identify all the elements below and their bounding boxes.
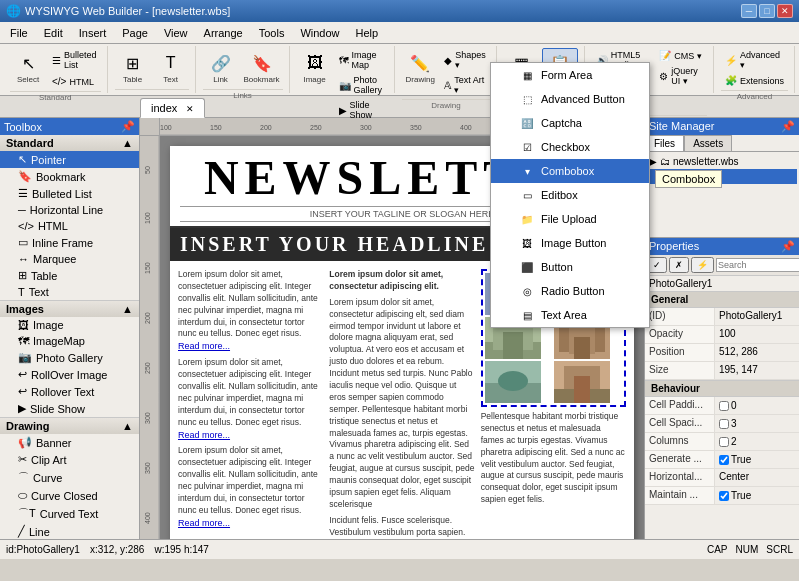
dropdown-button[interactable]: ⬛ Button bbox=[491, 255, 649, 279]
dropdown-advanced-button[interactable]: ⬚ Advanced Button bbox=[491, 87, 649, 111]
prop-search-input[interactable] bbox=[716, 258, 799, 272]
jquery-button[interactable]: ⚙ jQuery UI ▾ bbox=[655, 64, 707, 88]
minimize-button[interactable]: ─ bbox=[741, 4, 757, 18]
close-button[interactable]: ✕ bbox=[777, 4, 793, 18]
toolbox-item-bulleted[interactable]: ☰Bulleted List bbox=[0, 185, 139, 202]
toolbox-item-hline[interactable]: ─Horizontal Line bbox=[0, 202, 139, 218]
tab-index[interactable]: index ✕ bbox=[140, 98, 205, 118]
toolbox-item-photogallery[interactable]: 📷Photo Gallery bbox=[0, 349, 139, 366]
dropdown-file-upload[interactable]: 📁 File Upload bbox=[491, 207, 649, 231]
prop-event-button[interactable]: ⚡ bbox=[691, 257, 714, 273]
dropdown-checkbox[interactable]: ☑ Checkbox bbox=[491, 135, 649, 159]
extensions-button[interactable]: 🧩 Extensions bbox=[721, 73, 788, 88]
drawing-button[interactable]: ✏️ Drawing bbox=[402, 48, 438, 97]
toolbox-standard-header[interactable]: Standard ▲ bbox=[0, 135, 139, 151]
toolbox-pin-icon[interactable]: 📌 bbox=[121, 120, 135, 133]
toolbox-item-curveclosed[interactable]: ⬭Curve Closed bbox=[0, 487, 139, 504]
text-button[interactable]: T Text bbox=[153, 48, 189, 87]
maximize-button[interactable]: □ bbox=[759, 4, 775, 18]
prop-position-value[interactable]: 512, 286 bbox=[715, 344, 799, 361]
dropdown-captcha[interactable]: 🔠 Captcha bbox=[491, 111, 649, 135]
toolbox-item-bookmark[interactable]: 🔖Bookmark bbox=[0, 168, 139, 185]
dropdown-form-area[interactable]: ▦ Form Area bbox=[491, 63, 649, 87]
image-button[interactable]: 🖼 Image bbox=[297, 48, 333, 122]
col1-readmore[interactable]: Read more... bbox=[178, 341, 230, 351]
menu-insert[interactable]: Insert bbox=[71, 24, 115, 42]
menu-edit[interactable]: Edit bbox=[36, 24, 71, 42]
toolbox-images-header[interactable]: Images ▲ bbox=[0, 301, 139, 317]
menu-file[interactable]: File bbox=[2, 24, 36, 42]
drawing-label: Drawing bbox=[402, 99, 490, 110]
prop-generate-check[interactable] bbox=[719, 455, 729, 465]
prop-columns-check[interactable] bbox=[719, 437, 729, 447]
site-tab-assets[interactable]: Assets bbox=[684, 135, 732, 151]
properties-pin[interactable]: 📌 bbox=[781, 240, 795, 253]
prop-cellspacing-row: Cell Spaci... 3 bbox=[645, 415, 799, 433]
menu-view[interactable]: View bbox=[156, 24, 196, 42]
button-dd-label: Button bbox=[541, 261, 573, 273]
col1-readmore3[interactable]: Read more... bbox=[178, 518, 230, 528]
html-button[interactable]: </> HTML bbox=[48, 74, 101, 89]
toolbox-item-curve[interactable]: ⌒Curve bbox=[0, 468, 139, 487]
prop-id-value[interactable]: PhotoGallery1 bbox=[715, 308, 799, 325]
svg-text:350: 350 bbox=[144, 462, 151, 474]
toolbox-item-image[interactable]: 🖼Image bbox=[0, 317, 139, 333]
menu-page[interactable]: Page bbox=[114, 24, 156, 42]
toolbox-item-rollovertext[interactable]: ↩Rollover Text bbox=[0, 383, 139, 400]
toolbox-drawing-header[interactable]: Drawing ▲ bbox=[0, 418, 139, 434]
shapes-button[interactable]: ◆ Shapes ▾ bbox=[440, 48, 490, 72]
tab-close-icon[interactable]: ✕ bbox=[186, 104, 194, 114]
prop-maintain-check[interactable] bbox=[719, 491, 729, 501]
prop-reset-button[interactable]: ✗ bbox=[669, 257, 689, 273]
toolbox-item-html[interactable]: </>HTML bbox=[0, 218, 139, 234]
photo-gallery-button[interactable]: 📷 Photo Gallery bbox=[335, 73, 389, 97]
toolbox-item-iframe[interactable]: ▭Inline Frame bbox=[0, 234, 139, 251]
dropdown-radio-button[interactable]: ◎ Radio Button bbox=[491, 279, 649, 303]
menu-tools[interactable]: Tools bbox=[251, 24, 293, 42]
dropdown-combobox[interactable]: ▾ Combobox bbox=[491, 159, 649, 183]
toolbox-item-marquee[interactable]: ↔Marquee bbox=[0, 251, 139, 267]
prop-opacity-value[interactable]: 100 bbox=[715, 326, 799, 343]
tree-item-wbs[interactable]: ▶ 🗂 newsletter.wbs bbox=[647, 154, 797, 169]
advanced-button[interactable]: ⚡ Advanced ▾ bbox=[721, 48, 788, 72]
link-button[interactable]: 🔗 Link bbox=[203, 48, 239, 87]
standard-label: Standard bbox=[10, 91, 101, 102]
col1-readmore2[interactable]: Read more... bbox=[178, 430, 230, 440]
site-manager-pin[interactable]: 📌 bbox=[781, 120, 795, 133]
toolbox-item-clipart[interactable]: ✂Clip Art bbox=[0, 451, 139, 468]
dropdown-text-area[interactable]: ▤ Text Area bbox=[491, 303, 649, 327]
menu-arrange[interactable]: Arrange bbox=[196, 24, 251, 42]
toolbox-item-table[interactable]: ⊞Table bbox=[0, 267, 139, 284]
prop-apply-button[interactable]: ✓ bbox=[647, 257, 667, 273]
dropdown-image-button[interactable]: 🖼 Image Button bbox=[491, 231, 649, 255]
svg-text:50: 50 bbox=[144, 166, 151, 174]
prop-cellpadding-check[interactable] bbox=[719, 401, 729, 411]
select-button[interactable]: ↖ Select bbox=[10, 48, 46, 89]
toolbox-item-line[interactable]: ╱Line bbox=[0, 523, 139, 539]
prop-horizontal-value[interactable]: Center bbox=[715, 469, 799, 486]
table-button[interactable]: ⊞ Table bbox=[115, 48, 151, 87]
toolbox-item-imagemap[interactable]: 🗺ImageMap bbox=[0, 333, 139, 349]
menu-window[interactable]: Window bbox=[292, 24, 347, 42]
text-art-button[interactable]: 𝔸 Text Art ▾ bbox=[440, 73, 490, 97]
prop-size-value[interactable]: 195, 147 bbox=[715, 362, 799, 379]
cms-button[interactable]: 📝 CMS ▾ bbox=[655, 48, 707, 63]
menu-bar: File Edit Insert Page View Arrange Tools… bbox=[0, 22, 799, 44]
image-icon: 🖼 bbox=[303, 51, 327, 75]
prop-cellspacing-check[interactable] bbox=[719, 419, 729, 429]
toolbox-item-rolloverimage[interactable]: ↩RollOver Image bbox=[0, 366, 139, 383]
toolbox-item-text[interactable]: TText bbox=[0, 284, 139, 300]
dropdown-editbox[interactable]: ▭ Editbox bbox=[491, 183, 649, 207]
toolbox-item-pointer[interactable]: ↖Pointer bbox=[0, 151, 139, 168]
gallery-photo-6 bbox=[554, 361, 610, 403]
toolbox-item-slideshow[interactable]: ▶Slide Show bbox=[0, 400, 139, 417]
image-map-button[interactable]: 🗺 Image Map bbox=[335, 48, 389, 72]
toolbox-item-banner[interactable]: 📢Banner bbox=[0, 434, 139, 451]
site-manager-tree: ▶ 🗂 newsletter.wbs 📄 index bbox=[645, 152, 799, 237]
site-tab-files[interactable]: Files bbox=[645, 135, 684, 151]
toolbox-item-curvedtext[interactable]: ⌒TCurved Text bbox=[0, 504, 139, 523]
bulleted-list-button[interactable]: ☰ Bulleted List bbox=[48, 48, 101, 72]
bookmark-button[interactable]: 🔖 Bookmark bbox=[241, 48, 283, 87]
menu-help[interactable]: Help bbox=[348, 24, 387, 42]
images-section: 🖼 Image 🗺 Image Map 📷 Photo Gallery ▶ Sl… bbox=[291, 46, 396, 93]
